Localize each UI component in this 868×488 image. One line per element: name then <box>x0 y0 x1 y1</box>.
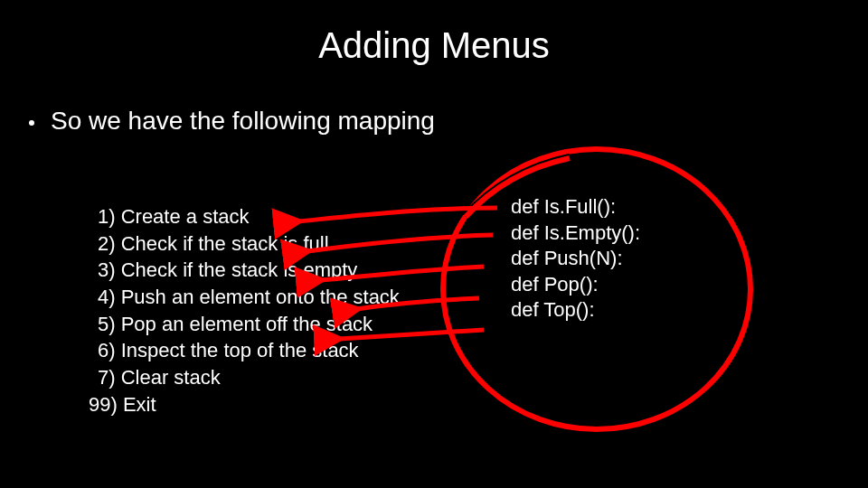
bullet-icon <box>29 120 34 126</box>
bullet-row: So we have the following mapping <box>29 107 435 136</box>
menu-options-list: 1) Create a stack 2) Check if the stack … <box>98 203 400 418</box>
menu-item-3: 3) Check if the stack is empty <box>98 257 400 284</box>
menu-item-4: 4) Push an element onto the stack <box>98 284 400 311</box>
code-line-5: def Top(): <box>511 297 640 324</box>
menu-item-5: 5) Pop an element off the stack <box>98 311 400 338</box>
bullet-text: So we have the following mapping <box>51 107 435 136</box>
menu-item-99: 99) Exit <box>89 391 400 418</box>
menu-item-2: 2) Check if the stack is full <box>98 230 400 258</box>
code-line-3: def Push(N): <box>511 246 640 272</box>
menu-item-7: 7) Clear stack <box>98 364 400 391</box>
code-line-4: def Pop(): <box>511 272 640 298</box>
slide: Adding Menus So we have the following ma… <box>0 0 868 488</box>
function-defs-list: def Is.Full(): def Is.Empty(): def Push(… <box>511 194 640 324</box>
menu-item-6: 6) Inspect the top of the stack <box>98 337 400 364</box>
menu-item-1: 1) Create a stack <box>98 203 400 230</box>
code-line-1: def Is.Full(): <box>511 194 640 221</box>
slide-title: Adding Menus <box>0 25 868 66</box>
code-line-2: def Is.Empty(): <box>511 221 640 247</box>
